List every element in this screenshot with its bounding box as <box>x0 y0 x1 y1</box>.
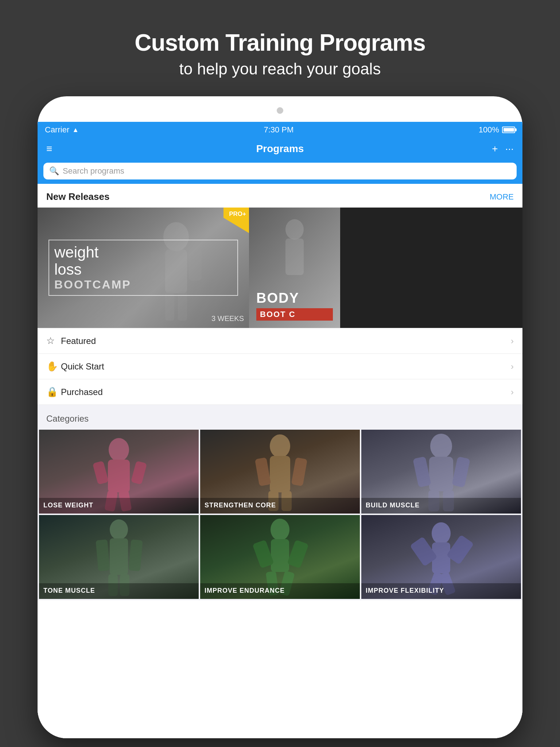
page-header: Custom Training Programs to help you rea… <box>135 0 425 96</box>
svg-point-40 <box>432 522 451 544</box>
bootcamp-box: weightloss BOOTCAMP <box>48 240 238 295</box>
categories-header: Categories <box>38 405 522 430</box>
svg-point-10 <box>109 438 129 461</box>
status-right: 100% <box>479 125 515 135</box>
svg-rect-30 <box>96 539 110 571</box>
app-content: Carrier ▲ 7:30 PM 100% ≡ Programs + ··· <box>38 122 522 738</box>
status-bar: Carrier ▲ 7:30 PM 100% <box>38 122 522 138</box>
bootcamp-title-line1: weightloss <box>54 244 232 278</box>
nav-actions: + ··· <box>492 143 514 155</box>
search-placeholder: Search programs <box>63 166 124 176</box>
nav-bar: ≡ Programs + ··· <box>38 138 522 160</box>
battery-bar-icon <box>502 127 515 133</box>
page-subtitle: to help you reach your goals <box>135 60 425 78</box>
svg-rect-35 <box>271 539 289 572</box>
svg-rect-17 <box>270 456 290 492</box>
purchased-chevron: › <box>511 387 514 397</box>
list-item-featured[interactable]: ☆ Featured › <box>38 328 522 354</box>
wifi-icon: ▲ <box>72 126 79 134</box>
build-muscle-label: BUILD MUSCLE <box>361 498 521 514</box>
bootcamp-title-line2: BOOTCAMP <box>54 278 232 291</box>
endurance-label: IMPROVE ENDURANCE <box>200 583 360 599</box>
bootcamp-weeks: 3 WEEKS <box>211 314 244 323</box>
svg-rect-36 <box>252 540 274 569</box>
categories-grid: LOSE WEIGHT <box>38 430 522 600</box>
svg-rect-43 <box>446 535 474 565</box>
category-strengthen-core[interactable]: STRENGTHEN CORE <box>200 430 360 514</box>
carousel-card-1[interactable]: weightloss BOOTCAMP PRO+ 3 WEEKS <box>38 208 249 328</box>
featured-chevron: › <box>511 336 514 346</box>
svg-rect-18 <box>255 457 271 486</box>
menu-icon[interactable]: ≡ <box>46 143 52 155</box>
bootcamp-overlay: weightloss BOOTCAMP <box>38 208 249 328</box>
body-title: BODY <box>256 290 333 306</box>
add-icon[interactable]: + <box>492 143 498 155</box>
pro-badge-label: PRO+ <box>229 210 246 218</box>
nav-title: Programs <box>256 143 304 155</box>
battery-fill <box>503 128 514 132</box>
list-item-purchased[interactable]: 🔒 Purchased › <box>38 379 522 405</box>
svg-rect-29 <box>110 538 128 575</box>
search-icon: 🔍 <box>49 166 59 176</box>
categories-section: Categories <box>38 405 522 600</box>
category-lose-weight[interactable]: LOSE WEIGHT <box>39 430 199 514</box>
list-section: ☆ Featured › ✋ Quick Start › 🔒 Purchased… <box>38 328 522 405</box>
category-improve-endurance[interactable]: IMPROVE ENDURANCE <box>200 515 360 599</box>
page-title: Custom Training Programs <box>135 29 425 56</box>
svg-rect-23 <box>429 457 453 491</box>
new-releases-title: New Releases <box>46 191 109 202</box>
svg-rect-13 <box>131 461 147 485</box>
featured-icon: ☆ <box>46 335 61 347</box>
svg-point-28 <box>110 519 128 540</box>
svg-rect-25 <box>452 456 470 488</box>
carousel[interactable]: weightloss BOOTCAMP PRO+ 3 WEEKS <box>38 208 522 328</box>
svg-rect-11 <box>108 460 130 492</box>
search-bar[interactable]: 🔍 Search programs <box>43 163 517 179</box>
svg-point-34 <box>271 519 289 541</box>
carousel-card-2[interactable]: BODY BOOT C <box>249 208 340 328</box>
lose-weight-label: LOSE WEIGHT <box>39 498 199 514</box>
purchased-label: Purchased <box>61 387 511 397</box>
category-build-muscle[interactable]: BUILD MUSCLE <box>361 430 521 514</box>
strengthen-label: STRENGTHEN CORE <box>200 498 360 514</box>
svg-rect-31 <box>128 539 143 571</box>
flexibility-label: IMPROVE FLEXIBILITY <box>361 583 521 599</box>
featured-label: Featured <box>61 336 511 346</box>
more-icon[interactable]: ··· <box>505 143 514 155</box>
scroll-content[interactable]: New Releases MORE <box>38 184 522 738</box>
quickstart-icon: ✋ <box>46 361 61 372</box>
category-tone-muscle[interactable]: TONE MUSCLE <box>39 515 199 599</box>
new-releases-header: New Releases MORE <box>38 184 522 208</box>
list-item-quickstart[interactable]: ✋ Quick Start › <box>38 354 522 379</box>
tablet-camera <box>277 107 283 114</box>
quickstart-chevron: › <box>511 361 514 372</box>
body-overlay: BODY BOOT C <box>249 208 340 328</box>
svg-rect-19 <box>291 457 308 486</box>
svg-rect-12 <box>93 461 109 485</box>
svg-point-16 <box>270 434 290 458</box>
quickstart-label: Quick Start <box>61 361 511 372</box>
more-link[interactable]: MORE <box>490 192 514 202</box>
purchased-icon: 🔒 <box>46 386 61 398</box>
search-bar-container: 🔍 Search programs <box>38 160 522 184</box>
battery-percent: 100% <box>479 125 499 135</box>
categories-title: Categories <box>46 414 89 423</box>
body-subtitle: BOOT C <box>256 308 333 321</box>
time-label: 7:30 PM <box>264 125 293 135</box>
svg-point-22 <box>430 434 452 458</box>
tablet-frame: Carrier ▲ 7:30 PM 100% ≡ Programs + ··· <box>38 96 522 738</box>
category-improve-flexibility[interactable]: IMPROVE FLEXIBILITY <box>361 515 521 599</box>
carrier-label: Carrier <box>45 125 69 135</box>
tone-muscle-label: TONE MUSCLE <box>39 583 199 599</box>
status-left: Carrier ▲ <box>45 125 79 135</box>
svg-rect-24 <box>413 456 431 488</box>
svg-rect-37 <box>287 540 309 569</box>
